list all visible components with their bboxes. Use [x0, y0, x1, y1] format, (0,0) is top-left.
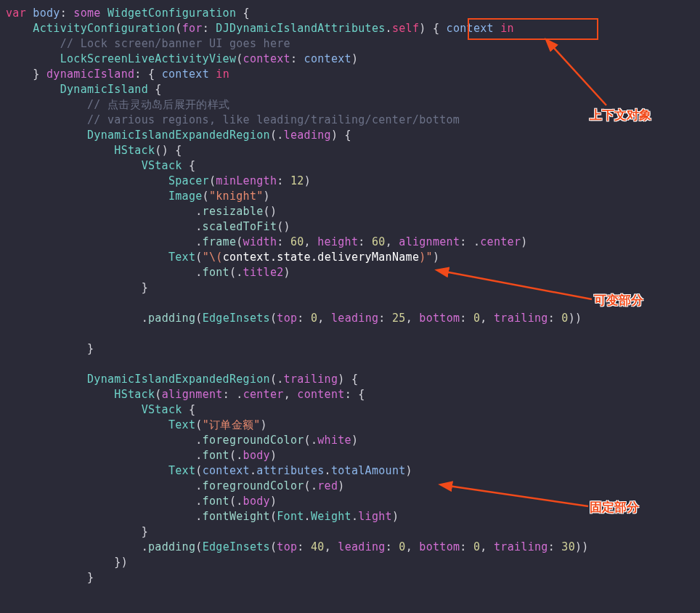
annotation-label-context: 上下文对象	[590, 107, 651, 123]
type-activityconfig: ActivityConfiguration	[33, 22, 175, 35]
comment-regions: // various regions, like leading/trailin…	[87, 113, 460, 126]
type-widgetconfig: WidgetConfiguration	[101, 7, 237, 20]
annotation-label-variable: 可变部分	[594, 293, 643, 308]
kw-var: var	[6, 7, 26, 20]
ident-body: body	[26, 7, 60, 20]
comment-lockscreen: // Lock screen/banner UI goes here	[60, 37, 290, 50]
kw-some: some	[73, 7, 100, 20]
annotation-box-context	[468, 18, 598, 40]
comment-cn: // 点击灵动岛后展开的样式	[87, 98, 229, 111]
annotation-label-fixed: 固定部分	[590, 500, 639, 515]
